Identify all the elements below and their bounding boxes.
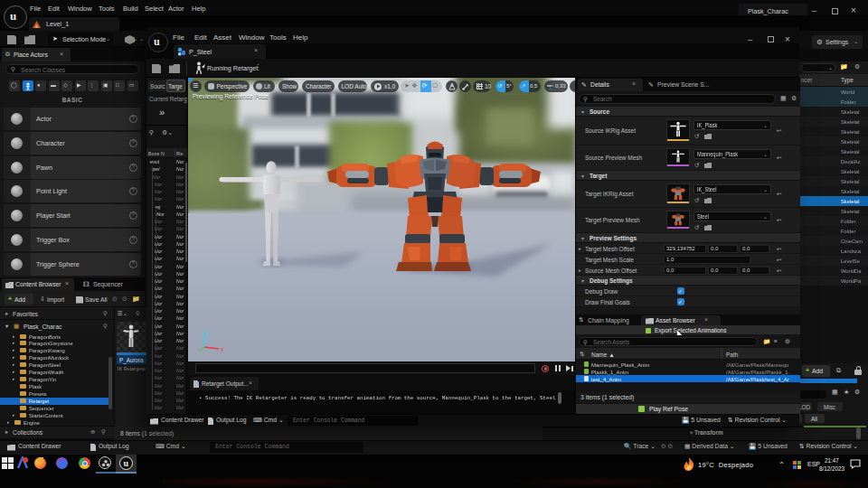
svg-text:z: z <box>207 329 211 335</box>
svg-text:x: x <box>221 346 224 352</box>
